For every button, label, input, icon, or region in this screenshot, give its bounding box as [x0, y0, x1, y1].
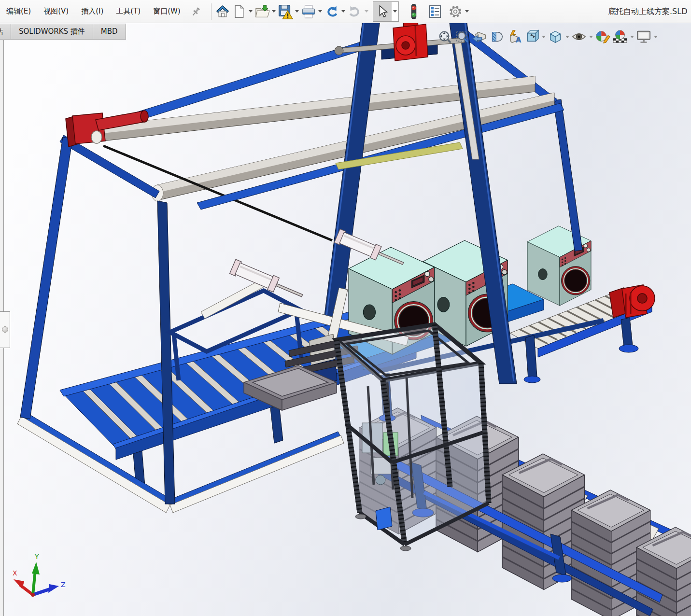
triad-x-label: X [13, 569, 17, 577]
open-document-caret[interactable] [270, 3, 277, 20]
open-document-button[interactable] [254, 3, 270, 20]
hide-show-items-caret[interactable] [588, 28, 594, 46]
document-properties-button[interactable] [427, 3, 443, 20]
tab-evaluate-partial[interactable]: 估 [0, 24, 11, 40]
assembly-model[interactable]: X Y Z [0, 0, 691, 616]
redo-button[interactable] [347, 3, 363, 20]
undo-caret[interactable] [340, 3, 347, 20]
dynamic-annotation-views-icon[interactable]: A [506, 28, 523, 46]
tab-solidworks-addins[interactable]: SOLIDWORKS 插件 [11, 24, 93, 40]
view-orientation-caret[interactable] [540, 28, 547, 46]
print-caret[interactable] [317, 3, 324, 20]
undo-button[interactable] [324, 3, 340, 20]
panel-grip-dot [2, 326, 8, 333]
view-settings-icon[interactable] [635, 28, 652, 46]
view-settings-caret[interactable] [652, 28, 659, 46]
apply-scene-icon[interactable] [611, 28, 629, 46]
save-button[interactable] [277, 3, 294, 20]
menu-insert[interactable]: 插入(I) [75, 0, 110, 23]
options-gear-button[interactable] [447, 3, 464, 20]
washing-machine-3[interactable] [527, 226, 591, 306]
graphics-viewport[interactable]: X Y Z [0, 0, 691, 616]
panel-expand-handle[interactable] [0, 311, 10, 348]
save-caret[interactable] [294, 3, 300, 20]
display-style-caret[interactable] [564, 28, 570, 46]
triad-z-label: Z [61, 581, 66, 588]
svg-text:A: A [516, 36, 522, 44]
top-toolbar: 编辑(E) 视图(V) 插入(I) 工具(T) 窗口(W) [0, 0, 691, 23]
apply-scene-caret[interactable] [629, 28, 635, 46]
display-style-icon[interactable] [547, 28, 564, 46]
triad-y-label: Y [34, 553, 39, 560]
hide-show-items-icon[interactable] [570, 28, 588, 46]
previous-view-icon[interactable] [471, 28, 488, 46]
document-title: 底托自动上线方案.SLD [608, 0, 691, 23]
select-tool-caret[interactable] [392, 2, 398, 21]
options-caret[interactable] [464, 3, 470, 20]
section-view-icon[interactable] [488, 28, 506, 46]
zoom-to-fit-icon[interactable] [436, 28, 453, 46]
redo-caret[interactable] [363, 3, 370, 20]
view-orientation-icon[interactable] [523, 28, 540, 46]
zoom-to-area-icon[interactable] [453, 28, 471, 46]
solidworks-window: X Y Z 编辑(E) 视图(V) 插入(I) 工具(T) 窗口(W) [0, 0, 691, 616]
commandmanager-tabs: 估 SOLIDWORKS 插件 MBD [0, 24, 126, 40]
menu-tools[interactable]: 工具(T) [110, 0, 147, 23]
coordinate-triad: X Y Z [13, 553, 66, 597]
menu-window[interactable]: 窗口(W) [147, 0, 187, 23]
tab-mbd[interactable]: MBD [93, 24, 126, 40]
new-document-button[interactable] [231, 3, 247, 20]
home-button[interactable] [214, 3, 231, 20]
traffic-light-icon[interactable] [406, 3, 422, 20]
menu-view[interactable]: 视图(V) [37, 0, 75, 23]
headsup-view-toolbar: A [436, 27, 659, 46]
pin-menu-icon[interactable] [189, 4, 203, 19]
menu-edit[interactable]: 编辑(E) [0, 0, 37, 23]
select-tool-button[interactable] [373, 2, 392, 21]
select-tool-group [373, 1, 399, 22]
edit-appearance-icon[interactable] [594, 28, 611, 46]
new-document-caret[interactable] [247, 3, 254, 20]
toolbar-separator [211, 3, 212, 20]
print-button[interactable] [300, 3, 317, 20]
menubar: 编辑(E) 视图(V) 插入(I) 工具(T) 窗口(W) [0, 0, 187, 23]
